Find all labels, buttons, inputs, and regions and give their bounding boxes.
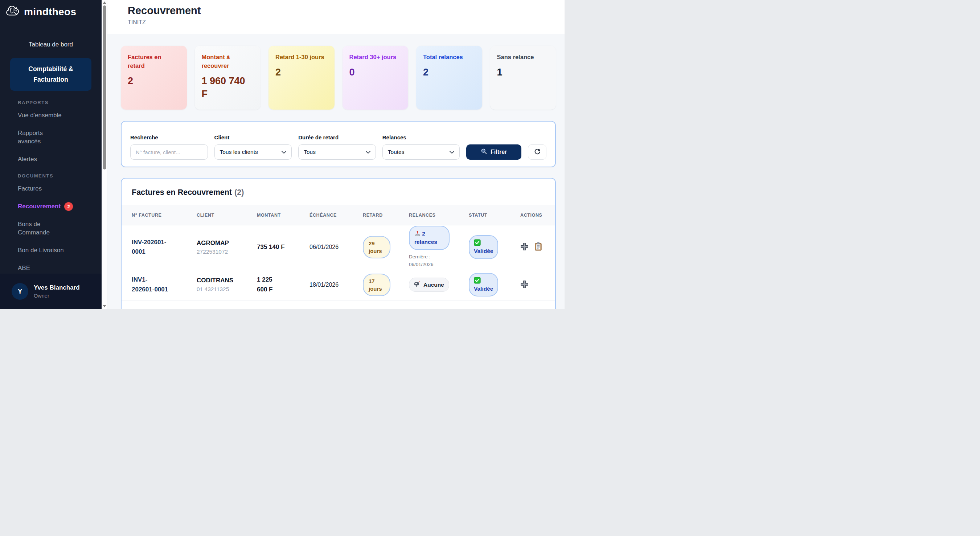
sidebar-divider (5, 25, 96, 25)
client-cell: CODITRANS 01 43211325 (197, 277, 257, 293)
client-phone: 2722531072 (197, 248, 257, 255)
status-badge-label: Validée (474, 286, 493, 292)
plus-icon (520, 280, 529, 289)
relances-field-group: Relances Toutes (382, 134, 460, 160)
sidebar-item-bons-de-commande[interactable]: Bons de Commande (18, 220, 67, 237)
status-cell: Validée (469, 235, 520, 259)
invoices-table-card: Factures en Recouvrement(2) N° FACTURE C… (121, 178, 556, 309)
sidebar-item-rapports-avances[interactable]: Rapports avancés (18, 129, 67, 146)
sidebar-item-factures[interactable]: Factures (18, 185, 67, 193)
report-clipboard-button[interactable] (535, 242, 542, 252)
no-relance-label: Aucune (423, 282, 444, 288)
filter-bar: Recherche Client Tous les clients Durée … (121, 121, 556, 167)
page-subtitle: TINITZ (128, 19, 565, 26)
last-relance-date: 06/01/2026 (409, 261, 469, 269)
relances-select[interactable]: Toutes (382, 145, 460, 160)
main-area: Recouvrement TINITZ Factures en retard 2… (107, 0, 565, 309)
sidebar-scrollbar[interactable] (102, 0, 107, 309)
stat-value: 2 (423, 66, 475, 79)
column-header-montant: MONTANT (257, 213, 310, 218)
sidebar-item-comptabilite-facturation[interactable]: Comptabilité & Facturation (10, 58, 91, 91)
invoice-number-link[interactable]: INV1-202601-0001 (132, 275, 169, 294)
sidebar-section-documents: DOCUMENTS (18, 173, 102, 178)
sidebar: mindtheos Tableau de bord Comptabilité &… (0, 0, 102, 309)
sidebar-item-alertes[interactable]: Alertes (18, 155, 67, 164)
avatar: Y (12, 283, 28, 300)
user-card[interactable]: Y Yves Blanchard Owner (0, 274, 102, 309)
table-row: INV1-202601-0001 CODITRANS 01 43211325 1… (121, 269, 555, 301)
column-header-statut: STATUT (469, 213, 520, 218)
filter-button[interactable]: Filtrer (466, 145, 521, 160)
delay-select-value: Tous (304, 149, 316, 155)
relances-label: Relances (382, 134, 460, 140)
sidebar-item-tableau-de-bord[interactable]: Tableau de bord (0, 41, 102, 48)
sidebar-groups: RAPPORTS Vue d'ensemble Rapports avancés… (10, 100, 102, 272)
chevron-down-icon (282, 149, 286, 155)
filter-button-label: Filtrer (490, 149, 507, 155)
refresh-icon (534, 148, 541, 156)
stat-label: Montant à recouvrer (202, 53, 254, 70)
logo: mindtheos (0, 0, 102, 19)
status-badge: Validée (469, 235, 498, 259)
stat-label: Retard 1-30 jours (275, 53, 328, 62)
stat-card-sans-relance: Sans relance 1 (490, 46, 556, 110)
search-input[interactable] (130, 145, 208, 160)
due-date-cell: 06/01/2026 (310, 244, 363, 250)
client-cell: AGROMAP 2722531072 (197, 240, 257, 255)
refresh-button[interactable] (528, 145, 546, 160)
scrollbar-thumb[interactable] (103, 5, 106, 169)
stat-card-retard-30-plus-jours: Retard 30+ jours 0 (342, 46, 409, 110)
mailbox-icon (414, 281, 420, 288)
stat-label: Total relances (423, 53, 475, 62)
stat-card-total-relances: Total relances 2 (416, 46, 482, 110)
table-header-row: N° FACTURE CLIENT MONTANT ÉCHÉANCE RETAR… (121, 205, 555, 225)
sidebar-item-bon-de-livraison[interactable]: Bon de Livraison (18, 247, 67, 255)
recouvrement-count-badge: 2 (64, 202, 73, 211)
column-header-echeance: ÉCHÉANCE (310, 213, 363, 218)
stat-value: 1 960 740 F (202, 75, 254, 101)
sidebar-section-rapports: RAPPORTS (18, 100, 102, 105)
page-header: Recouvrement TINITZ (107, 0, 565, 34)
add-relance-button[interactable] (520, 242, 529, 252)
delay-badge: 29 jours (363, 236, 390, 258)
client-field-group: Client Tous les clients (215, 134, 292, 160)
amount-cell: 735 140 F (257, 242, 286, 252)
stat-value: 1 (497, 66, 549, 79)
column-header-client: CLIENT (197, 213, 257, 218)
user-name: Yves Blanchard (34, 284, 80, 291)
stat-label: Retard 30+ jours (349, 53, 402, 62)
stats-row: Factures en retard 2 Montant à recouvrer… (121, 46, 556, 110)
no-relance-badge: Aucune (409, 278, 449, 292)
delay-badge: 17 jours (363, 274, 390, 296)
relances-badge: 2 relances (409, 226, 450, 250)
chevron-down-icon (366, 149, 371, 155)
stat-card-retard-1-30-jours: Retard 1-30 jours 2 (269, 46, 334, 110)
status-badge: Validée (469, 273, 498, 297)
delay-select[interactable]: Tous (298, 145, 376, 160)
last-relance-note: Dernière : 06/01/2026 (409, 253, 469, 269)
search-field-group: Recherche (130, 134, 208, 160)
invoice-number-link[interactable]: INV-202601-0001 (132, 238, 169, 257)
client-name: CODITRANS (197, 277, 257, 284)
delay-label: Durée de retard (298, 134, 376, 140)
table-title-text: Factures en Recouvrement (132, 188, 232, 197)
magnifier-icon (481, 148, 487, 156)
stat-label: Sans relance (497, 53, 549, 62)
client-select[interactable]: Tous les clients (215, 145, 292, 160)
last-relance-label: Dernière : (409, 253, 469, 261)
green-check-icon (474, 239, 493, 246)
status-badge-label: Validée (474, 248, 493, 254)
sidebar-item-abe[interactable]: ABE (18, 264, 67, 272)
client-phone: 01 43211325 (197, 286, 257, 293)
scrollbar-up-arrow-icon[interactable] (103, 2, 106, 4)
stat-value: 2 (128, 75, 180, 87)
search-label: Recherche (130, 134, 208, 140)
add-relance-button[interactable] (520, 280, 529, 289)
amount-cell: 1 225 600 F (257, 275, 286, 294)
sidebar-item-recouvrement[interactable]: Recouvrement 2 (18, 202, 90, 211)
scrollbar-down-arrow-icon[interactable] (103, 305, 106, 307)
chevron-down-icon (450, 149, 454, 155)
sidebar-item-vue-densemble[interactable]: Vue d'ensemble (18, 111, 67, 120)
sidebar-item-recouvrement-label: Recouvrement (18, 202, 60, 211)
app-window: mindtheos Tableau de bord Comptabilité &… (0, 0, 565, 309)
